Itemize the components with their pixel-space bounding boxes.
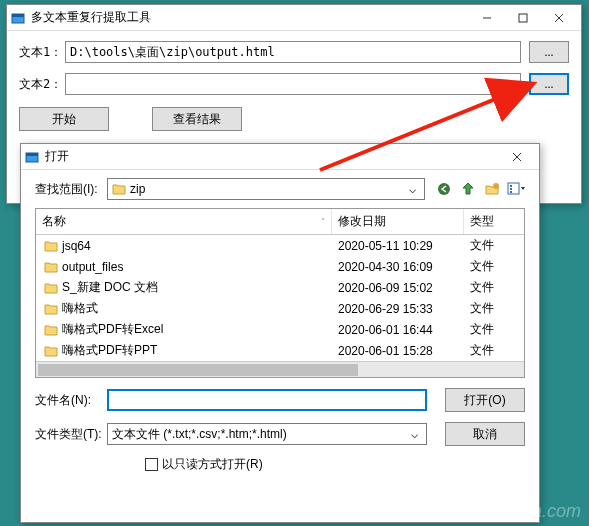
- file-type: 文件: [464, 321, 524, 338]
- file-row[interactable]: output_files2020-04-30 16:09文件: [36, 256, 524, 277]
- file2-browse-button[interactable]: ...: [529, 73, 569, 95]
- file1-label: 文本1：: [19, 44, 65, 61]
- file-date: 2020-06-01 16:44: [332, 323, 464, 337]
- file-date: 2020-06-01 15:28: [332, 344, 464, 358]
- svg-point-11: [493, 183, 499, 189]
- dialog-window-controls: [499, 146, 535, 168]
- svg-rect-3: [519, 14, 527, 22]
- open-dialog: 打开 查找范围(I): zip ⌵ 名称˄ 修改日期 类型: [20, 143, 540, 523]
- col-date[interactable]: 修改日期: [332, 209, 464, 234]
- chevron-down-icon: ⌵: [406, 427, 422, 441]
- svg-point-10: [438, 183, 450, 195]
- folder-icon: [44, 345, 58, 357]
- file-date: 2020-05-11 10:29: [332, 239, 464, 253]
- file-date: 2020-06-29 15:33: [332, 302, 464, 316]
- filetype-label: 文件类型(T):: [35, 426, 107, 443]
- file-date: 2020-04-30 16:09: [332, 260, 464, 274]
- file-type: 文件: [464, 258, 524, 275]
- cancel-button[interactable]: 取消: [445, 422, 525, 446]
- look-in-combo[interactable]: zip ⌵: [107, 178, 425, 200]
- file1-input[interactable]: [65, 41, 521, 63]
- svg-rect-1: [12, 14, 24, 17]
- folder-icon: [44, 324, 58, 336]
- file-row[interactable]: 嗨格式2020-06-29 15:33文件: [36, 298, 524, 319]
- file-list-pane: 名称˄ 修改日期 类型 jsq642020-05-11 10:29文件outpu…: [35, 208, 525, 378]
- file-name: output_files: [62, 260, 123, 274]
- folder-icon: [44, 261, 58, 273]
- filetype-value: 文本文件 (*.txt;*.csv;*.htm;*.html): [112, 426, 406, 443]
- close-button[interactable]: [541, 7, 577, 29]
- file-name: 嗨格式PDF转PPT: [62, 342, 157, 359]
- col-type[interactable]: 类型: [464, 209, 524, 234]
- main-title: 多文本重复行提取工具: [31, 9, 469, 26]
- watermark-text: www.xiazaiba.com: [433, 501, 581, 522]
- filename-input[interactable]: [107, 389, 427, 411]
- readonly-checkbox[interactable]: [145, 458, 158, 471]
- start-button[interactable]: 开始: [19, 107, 109, 131]
- file-name: jsq64: [62, 239, 91, 253]
- svg-rect-12: [508, 183, 519, 194]
- chevron-down-icon: ⌵: [404, 182, 420, 196]
- look-in-value: zip: [130, 182, 404, 196]
- maximize-button[interactable]: [505, 7, 541, 29]
- dialog-icon: [25, 150, 39, 164]
- file-type: 文件: [464, 279, 524, 296]
- svg-rect-15: [510, 191, 512, 193]
- svg-rect-14: [510, 188, 512, 190]
- file-date: 2020-06-09 15:02: [332, 281, 464, 295]
- folder-icon: [44, 282, 58, 294]
- open-button[interactable]: 打开(O): [445, 388, 525, 412]
- file1-browse-button[interactable]: ...: [529, 41, 569, 63]
- svg-rect-13: [510, 185, 512, 187]
- readonly-label: 以只读方式打开(R): [162, 456, 263, 473]
- file-row[interactable]: S_新建 DOC 文档2020-06-09 15:02文件: [36, 277, 524, 298]
- watermark-logo: 下载吧: [489, 452, 535, 498]
- scrollbar-thumb[interactable]: [38, 364, 358, 376]
- folder-icon: [44, 240, 58, 252]
- svg-rect-7: [26, 153, 38, 156]
- dialog-titlebar: 打开: [21, 144, 539, 170]
- view-menu-icon[interactable]: [507, 180, 525, 198]
- main-titlebar: 多文本重复行提取工具: [7, 5, 581, 31]
- minimize-button[interactable]: [469, 7, 505, 29]
- dialog-title: 打开: [45, 148, 499, 165]
- dialog-close-button[interactable]: [499, 146, 535, 168]
- file-name: 嗨格式: [62, 300, 98, 317]
- file-name: S_新建 DOC 文档: [62, 279, 158, 296]
- view-result-button[interactable]: 查看结果: [152, 107, 242, 131]
- filetype-combo[interactable]: 文本文件 (*.txt;*.csv;*.htm;*.html) ⌵: [107, 423, 427, 445]
- file-row[interactable]: 嗨格式PDF转PPT2020-06-01 15:28文件: [36, 340, 524, 361]
- look-in-label: 查找范围(I):: [35, 181, 107, 198]
- window-controls: [469, 7, 577, 29]
- up-icon[interactable]: [459, 180, 477, 198]
- file-name: 嗨格式PDF转Excel: [62, 321, 163, 338]
- app-icon: [11, 11, 25, 25]
- file-row[interactable]: jsq642020-05-11 10:29文件: [36, 235, 524, 256]
- horizontal-scrollbar[interactable]: [36, 361, 524, 377]
- file-list[interactable]: jsq642020-05-11 10:29文件output_files2020-…: [36, 235, 524, 361]
- back-icon[interactable]: [435, 180, 453, 198]
- filename-label: 文件名(N):: [35, 392, 107, 409]
- file-type: 文件: [464, 300, 524, 317]
- folder-icon: [112, 183, 126, 195]
- file2-label: 文本2：: [19, 76, 65, 93]
- col-name[interactable]: 名称˄: [36, 209, 332, 234]
- file2-input[interactable]: [65, 73, 521, 95]
- sort-indicator-icon: ˄: [321, 217, 325, 226]
- file-row[interactable]: 嗨格式PDF转Excel2020-06-01 16:44文件: [36, 319, 524, 340]
- new-folder-icon[interactable]: [483, 180, 501, 198]
- file-type: 文件: [464, 237, 524, 254]
- file-list-header: 名称˄ 修改日期 类型: [36, 209, 524, 235]
- folder-icon: [44, 303, 58, 315]
- file-type: 文件: [464, 342, 524, 359]
